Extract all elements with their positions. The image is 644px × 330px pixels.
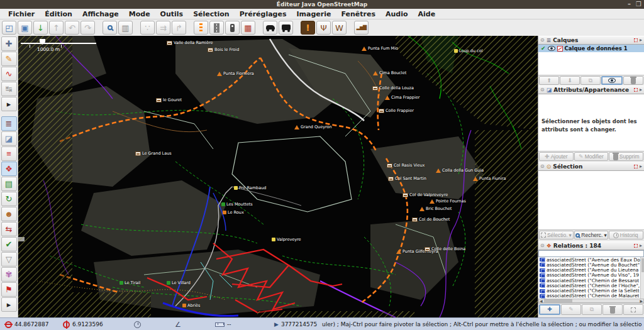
scale-label: 1000.0 m xyxy=(37,47,60,52)
redo-icon[interactable]: ↷ xyxy=(80,21,95,35)
edit-relation-button[interactable]: ✎ xyxy=(561,304,581,315)
menu-item[interactable]: Mode xyxy=(125,9,155,19)
collapse-toggle-icon[interactable]: ⊙ xyxy=(540,243,545,248)
authors-panel-icon[interactable]: ☻ xyxy=(1,207,17,221)
layer-visibility-button[interactable] xyxy=(601,76,623,85)
detach-panel-icon[interactable] xyxy=(634,38,638,42)
layer-row[interactable]: ✔ Calque de données 1 xyxy=(538,45,644,52)
toolbar-icon: ! xyxy=(306,23,309,32)
map-view[interactable]: 1000.0 m Valle della Ramière Bois le Fro… xyxy=(18,36,538,317)
filter-panel-icon[interactable]: ▽ xyxy=(1,252,17,267)
dock-arrow-icon[interactable]: ▸ xyxy=(640,164,642,169)
menu-item[interactable]: Aide xyxy=(414,9,440,19)
delete-relation-button[interactable] xyxy=(602,304,623,315)
minimap-panel-icon[interactable]: ▤ xyxy=(1,177,17,191)
bus-preset-icon[interactable] xyxy=(279,21,293,35)
histogram-preset-icon[interactable]: ▂▅▇ xyxy=(354,21,369,35)
collapse-toggle-icon[interactable]: ⊙ xyxy=(540,164,545,169)
relations-panel-icon[interactable]: ❖ xyxy=(1,162,17,176)
align-ways-icon[interactable]: ⇉ xyxy=(156,21,170,35)
dock-arrow-icon[interactable]: ▸ xyxy=(640,243,642,248)
improve-way-tool-icon[interactable]: ∿ xyxy=(1,67,17,81)
menu-item[interactable]: Outils xyxy=(156,9,188,19)
layer-duplicate-button[interactable]: ⧉ xyxy=(580,76,601,85)
save-icon[interactable]: ▣ xyxy=(18,21,32,35)
wall-preset-icon[interactable]: ▦ xyxy=(241,21,255,35)
select-tool-icon[interactable]: ✚ xyxy=(1,36,17,51)
relations-panel-header[interactable]: ⊙ ❖ Relations : 184 ▸ xyxy=(538,241,644,250)
menu-item[interactable]: Préréglages xyxy=(235,9,291,19)
menu-item[interactable]: Sélection xyxy=(189,9,234,19)
collapse-toggle-icon[interactable]: ⊙ xyxy=(540,38,545,43)
menu-item[interactable]: Audio xyxy=(381,9,413,19)
selection-menu-button[interactable]: Sélectio. ▾ xyxy=(539,231,574,239)
add-tag-button[interactable]: ✚ Ajouter xyxy=(539,152,574,161)
preferences-icon[interactable]: ▥ xyxy=(118,21,133,35)
relations-vertical-scrollbar[interactable] xyxy=(640,257,644,299)
layer-down-button[interactable]: ⬇ xyxy=(560,76,580,85)
map-feature-icon xyxy=(294,125,299,129)
layer-visible-eye-icon[interactable] xyxy=(548,46,555,51)
orthogonalize-icon[interactable]: ↱ xyxy=(172,21,186,35)
restaurant-preset-icon[interactable]: Ψ xyxy=(316,21,331,35)
notes-panel-icon[interactable]: ⚑ xyxy=(1,282,17,297)
maximize-button[interactable]: ❒ xyxy=(636,1,641,8)
detach-panel-icon[interactable] xyxy=(634,244,638,248)
highway-preset-icon[interactable] xyxy=(209,21,224,35)
relation-icon xyxy=(540,268,545,272)
tags-panel-icon[interactable]: ◪ xyxy=(1,131,17,146)
history-button[interactable]: Historiq xyxy=(609,231,643,239)
detach-panel-icon[interactable] xyxy=(634,165,638,168)
dock-arrow-icon[interactable]: ▸ xyxy=(640,87,642,92)
car-preset-icon[interactable] xyxy=(263,21,277,35)
duplicate-relation-button[interactable]: ⧉ xyxy=(582,304,602,315)
delete-tag-button[interactable]: Supprim xyxy=(609,152,643,161)
zoom-icon[interactable] xyxy=(103,21,117,35)
search-button[interactable]: Recherc. ▾ xyxy=(574,231,609,239)
undo-icon[interactable]: ↶ xyxy=(65,21,79,35)
map-label: Colla della Gun Guia xyxy=(436,168,484,173)
properties-panel-header[interactable]: ⊙ ◪ Attributs/Appartenance ▸ xyxy=(538,85,644,94)
conflicts-panel-icon[interactable]: ⇆ xyxy=(1,222,17,236)
validator-panel-icon[interactable]: ✔ xyxy=(1,237,17,251)
selection-panel-header[interactable]: ⊙ ⊙ Sélection ▸ xyxy=(538,162,644,171)
unglue-icon[interactable]: ∵ xyxy=(140,21,155,35)
menu-item[interactable]: Édition xyxy=(40,9,77,19)
menu-item[interactable]: Imagerie xyxy=(292,9,336,19)
detach-panel-icon[interactable] xyxy=(634,88,638,92)
menu-item[interactable]: Fichier xyxy=(4,9,39,19)
edit-tag-button[interactable]: ✎ Modifier xyxy=(574,152,609,161)
more-tools-icon[interactable]: ▸ xyxy=(1,97,17,111)
relation-list-item[interactable]: associatedStreet ("Chemin de Malauret xyxy=(538,294,644,299)
dock-arrow-icon[interactable]: ▸ xyxy=(640,38,642,43)
extrude-tool-icon[interactable]: ↹ xyxy=(1,82,17,96)
map-feature-icon xyxy=(436,168,441,173)
changeset-panel-icon[interactable]: ↻ xyxy=(1,192,17,206)
new-relation-button[interactable]: ✚ xyxy=(539,304,560,315)
map-feature-icon xyxy=(119,281,123,285)
collapse-toggle-icon[interactable]: ⊙ xyxy=(540,87,545,92)
more-panels-icon[interactable]: ▸ xyxy=(1,297,17,312)
relations-filter-input[interactable] xyxy=(538,250,644,257)
open-icon[interactable]: ◰ xyxy=(2,21,16,35)
download-icon[interactable]: ↓ xyxy=(33,21,48,35)
selection-panel-icon[interactable]: ≡ xyxy=(1,146,17,161)
layer-delete-button[interactable] xyxy=(623,76,643,85)
traffic-signal-preset-icon[interactable] xyxy=(225,21,240,35)
layers-panel-icon[interactable]: ≣ xyxy=(1,116,17,131)
hazard-preset-icon[interactable]: ! xyxy=(301,21,315,35)
layer-up-button[interactable]: ⬆ xyxy=(539,76,559,85)
upload-icon[interactable]: ↑ xyxy=(49,21,64,35)
toolbar-icon xyxy=(214,23,219,33)
w-preset-icon[interactable]: W xyxy=(332,21,347,35)
mappaint-panel-icon[interactable]: ✾ xyxy=(1,267,17,282)
layers-panel-header[interactable]: ⊙ ≣ Calques ▸ xyxy=(538,36,644,45)
menu-item[interactable]: Affichage xyxy=(78,9,123,19)
barrier-preset-icon[interactable] xyxy=(194,21,208,35)
minimize-button[interactable]: – xyxy=(628,1,631,8)
map-canvas[interactable] xyxy=(18,36,538,317)
menu-item[interactable]: Fenêtres xyxy=(336,9,380,19)
relations-horizontal-scrollbar[interactable]: ◀▶ xyxy=(538,299,644,303)
draw-node-tool-icon[interactable]: ✎ xyxy=(1,52,17,66)
select-relation-button[interactable] xyxy=(623,304,643,315)
